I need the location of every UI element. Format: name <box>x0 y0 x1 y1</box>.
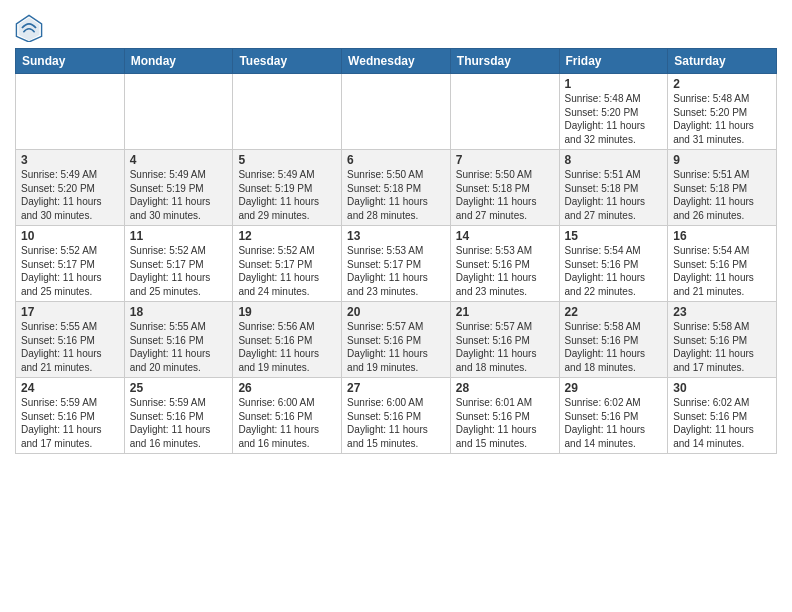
day-info: Sunrise: 5:55 AM Sunset: 5:16 PM Dayligh… <box>21 320 119 374</box>
calendar-cell: 28Sunrise: 6:01 AM Sunset: 5:16 PM Dayli… <box>450 378 559 454</box>
calendar-cell <box>124 74 233 150</box>
day-info: Sunrise: 5:53 AM Sunset: 5:17 PM Dayligh… <box>347 244 445 298</box>
weekday-header-sunday: Sunday <box>16 49 125 74</box>
weekday-header-friday: Friday <box>559 49 668 74</box>
day-number: 6 <box>347 153 445 167</box>
day-number: 16 <box>673 229 771 243</box>
day-number: 10 <box>21 229 119 243</box>
page-header <box>15 10 777 42</box>
calendar-cell: 16Sunrise: 5:54 AM Sunset: 5:16 PM Dayli… <box>668 226 777 302</box>
day-info: Sunrise: 6:00 AM Sunset: 5:16 PM Dayligh… <box>238 396 336 450</box>
day-number: 26 <box>238 381 336 395</box>
day-number: 20 <box>347 305 445 319</box>
day-info: Sunrise: 5:56 AM Sunset: 5:16 PM Dayligh… <box>238 320 336 374</box>
day-info: Sunrise: 5:55 AM Sunset: 5:16 PM Dayligh… <box>130 320 228 374</box>
day-number: 4 <box>130 153 228 167</box>
calendar-cell: 10Sunrise: 5:52 AM Sunset: 5:17 PM Dayli… <box>16 226 125 302</box>
calendar-week-row: 24Sunrise: 5:59 AM Sunset: 5:16 PM Dayli… <box>16 378 777 454</box>
calendar-cell: 4Sunrise: 5:49 AM Sunset: 5:19 PM Daylig… <box>124 150 233 226</box>
calendar-cell <box>16 74 125 150</box>
day-info: Sunrise: 5:59 AM Sunset: 5:16 PM Dayligh… <box>130 396 228 450</box>
calendar-week-row: 10Sunrise: 5:52 AM Sunset: 5:17 PM Dayli… <box>16 226 777 302</box>
day-number: 9 <box>673 153 771 167</box>
day-info: Sunrise: 5:50 AM Sunset: 5:18 PM Dayligh… <box>456 168 554 222</box>
day-info: Sunrise: 5:48 AM Sunset: 5:20 PM Dayligh… <box>673 92 771 146</box>
weekday-header-saturday: Saturday <box>668 49 777 74</box>
day-info: Sunrise: 5:48 AM Sunset: 5:20 PM Dayligh… <box>565 92 663 146</box>
day-number: 5 <box>238 153 336 167</box>
calendar-cell: 20Sunrise: 5:57 AM Sunset: 5:16 PM Dayli… <box>342 302 451 378</box>
day-number: 19 <box>238 305 336 319</box>
calendar-cell: 5Sunrise: 5:49 AM Sunset: 5:19 PM Daylig… <box>233 150 342 226</box>
day-info: Sunrise: 5:51 AM Sunset: 5:18 PM Dayligh… <box>673 168 771 222</box>
calendar-cell <box>233 74 342 150</box>
calendar-cell: 6Sunrise: 5:50 AM Sunset: 5:18 PM Daylig… <box>342 150 451 226</box>
day-number: 12 <box>238 229 336 243</box>
day-number: 15 <box>565 229 663 243</box>
day-info: Sunrise: 5:59 AM Sunset: 5:16 PM Dayligh… <box>21 396 119 450</box>
calendar-cell: 9Sunrise: 5:51 AM Sunset: 5:18 PM Daylig… <box>668 150 777 226</box>
calendar-cell: 26Sunrise: 6:00 AM Sunset: 5:16 PM Dayli… <box>233 378 342 454</box>
calendar-cell: 3Sunrise: 5:49 AM Sunset: 5:20 PM Daylig… <box>16 150 125 226</box>
calendar-cell: 8Sunrise: 5:51 AM Sunset: 5:18 PM Daylig… <box>559 150 668 226</box>
calendar-week-row: 3Sunrise: 5:49 AM Sunset: 5:20 PM Daylig… <box>16 150 777 226</box>
day-number: 24 <box>21 381 119 395</box>
weekday-header-thursday: Thursday <box>450 49 559 74</box>
calendar-cell: 25Sunrise: 5:59 AM Sunset: 5:16 PM Dayli… <box>124 378 233 454</box>
day-info: Sunrise: 6:00 AM Sunset: 5:16 PM Dayligh… <box>347 396 445 450</box>
calendar-cell: 29Sunrise: 6:02 AM Sunset: 5:16 PM Dayli… <box>559 378 668 454</box>
calendar-cell <box>450 74 559 150</box>
day-info: Sunrise: 5:57 AM Sunset: 5:16 PM Dayligh… <box>456 320 554 374</box>
day-number: 25 <box>130 381 228 395</box>
calendar-week-row: 17Sunrise: 5:55 AM Sunset: 5:16 PM Dayli… <box>16 302 777 378</box>
day-info: Sunrise: 5:50 AM Sunset: 5:18 PM Dayligh… <box>347 168 445 222</box>
calendar-cell: 7Sunrise: 5:50 AM Sunset: 5:18 PM Daylig… <box>450 150 559 226</box>
calendar-cell: 12Sunrise: 5:52 AM Sunset: 5:17 PM Dayli… <box>233 226 342 302</box>
weekday-header-row: SundayMondayTuesdayWednesdayThursdayFrid… <box>16 49 777 74</box>
calendar-cell: 30Sunrise: 6:02 AM Sunset: 5:16 PM Dayli… <box>668 378 777 454</box>
day-info: Sunrise: 6:02 AM Sunset: 5:16 PM Dayligh… <box>673 396 771 450</box>
calendar-week-row: 1Sunrise: 5:48 AM Sunset: 5:20 PM Daylig… <box>16 74 777 150</box>
day-info: Sunrise: 5:58 AM Sunset: 5:16 PM Dayligh… <box>673 320 771 374</box>
day-number: 21 <box>456 305 554 319</box>
day-info: Sunrise: 5:52 AM Sunset: 5:17 PM Dayligh… <box>130 244 228 298</box>
day-info: Sunrise: 5:52 AM Sunset: 5:17 PM Dayligh… <box>238 244 336 298</box>
day-info: Sunrise: 5:54 AM Sunset: 5:16 PM Dayligh… <box>673 244 771 298</box>
weekday-header-tuesday: Tuesday <box>233 49 342 74</box>
logo-icon <box>15 14 43 42</box>
calendar-cell: 17Sunrise: 5:55 AM Sunset: 5:16 PM Dayli… <box>16 302 125 378</box>
day-info: Sunrise: 5:49 AM Sunset: 5:19 PM Dayligh… <box>130 168 228 222</box>
day-number: 18 <box>130 305 228 319</box>
calendar-cell: 14Sunrise: 5:53 AM Sunset: 5:16 PM Dayli… <box>450 226 559 302</box>
day-number: 13 <box>347 229 445 243</box>
day-info: Sunrise: 5:51 AM Sunset: 5:18 PM Dayligh… <box>565 168 663 222</box>
calendar-cell: 18Sunrise: 5:55 AM Sunset: 5:16 PM Dayli… <box>124 302 233 378</box>
day-info: Sunrise: 5:52 AM Sunset: 5:17 PM Dayligh… <box>21 244 119 298</box>
calendar-cell: 24Sunrise: 5:59 AM Sunset: 5:16 PM Dayli… <box>16 378 125 454</box>
day-info: Sunrise: 6:01 AM Sunset: 5:16 PM Dayligh… <box>456 396 554 450</box>
day-number: 8 <box>565 153 663 167</box>
calendar-cell: 11Sunrise: 5:52 AM Sunset: 5:17 PM Dayli… <box>124 226 233 302</box>
calendar-cell: 15Sunrise: 5:54 AM Sunset: 5:16 PM Dayli… <box>559 226 668 302</box>
day-info: Sunrise: 5:49 AM Sunset: 5:20 PM Dayligh… <box>21 168 119 222</box>
day-number: 2 <box>673 77 771 91</box>
weekday-header-monday: Monday <box>124 49 233 74</box>
day-number: 11 <box>130 229 228 243</box>
logo <box>15 14 47 42</box>
calendar-cell <box>342 74 451 150</box>
calendar-cell: 22Sunrise: 5:58 AM Sunset: 5:16 PM Dayli… <box>559 302 668 378</box>
day-info: Sunrise: 5:57 AM Sunset: 5:16 PM Dayligh… <box>347 320 445 374</box>
day-info: Sunrise: 5:53 AM Sunset: 5:16 PM Dayligh… <box>456 244 554 298</box>
calendar-cell: 21Sunrise: 5:57 AM Sunset: 5:16 PM Dayli… <box>450 302 559 378</box>
calendar-cell: 2Sunrise: 5:48 AM Sunset: 5:20 PM Daylig… <box>668 74 777 150</box>
day-number: 27 <box>347 381 445 395</box>
day-number: 29 <box>565 381 663 395</box>
day-number: 23 <box>673 305 771 319</box>
day-number: 17 <box>21 305 119 319</box>
day-info: Sunrise: 5:49 AM Sunset: 5:19 PM Dayligh… <box>238 168 336 222</box>
calendar-cell: 13Sunrise: 5:53 AM Sunset: 5:17 PM Dayli… <box>342 226 451 302</box>
calendar-cell: 23Sunrise: 5:58 AM Sunset: 5:16 PM Dayli… <box>668 302 777 378</box>
calendar-cell: 27Sunrise: 6:00 AM Sunset: 5:16 PM Dayli… <box>342 378 451 454</box>
day-info: Sunrise: 6:02 AM Sunset: 5:16 PM Dayligh… <box>565 396 663 450</box>
day-info: Sunrise: 5:54 AM Sunset: 5:16 PM Dayligh… <box>565 244 663 298</box>
